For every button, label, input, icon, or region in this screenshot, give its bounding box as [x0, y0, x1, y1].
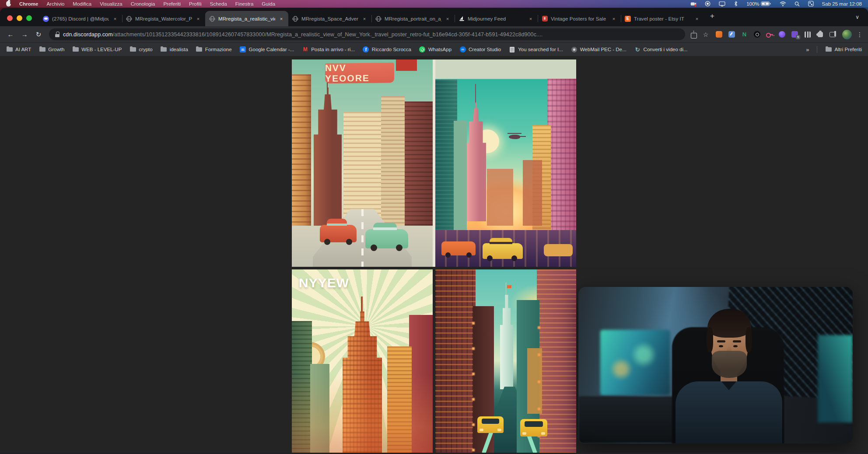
bookmark-whatsapp[interactable]: WhatsApp — [419, 46, 452, 52]
bookmark-formazione[interactable]: Formazione — [196, 46, 232, 52]
tab-close-icon[interactable]: × — [195, 16, 201, 21]
tab-close-icon[interactable]: × — [278, 16, 284, 21]
tab-search-chevron-icon[interactable]: ∨ — [855, 14, 859, 20]
side-panel-icon[interactable] — [829, 31, 836, 38]
macos-menu-bar: Chrome Archivio Modifica Visualizza Cron… — [0, 0, 868, 7]
tab-vintage-posters[interactable]: Vintage Posters for Sale | × — [538, 11, 621, 26]
apple-menu-icon[interactable] — [6, 1, 11, 7]
extension-blue-icon[interactable] — [728, 31, 735, 38]
tab-title: MRregista_Space_Advent — [301, 16, 358, 21]
bookmark-label: Growth — [48, 47, 64, 52]
url-host: cdn.discordapp.com — [63, 31, 113, 38]
extension-purple-badged-icon[interactable]: 5 — [791, 31, 798, 38]
menu-guida[interactable]: Guida — [262, 1, 275, 7]
bookmark-label: You searched for I... — [518, 47, 563, 52]
tab-etsy[interactable]: E Travel poster - Etsy IT × — [621, 11, 704, 26]
tab-watercolor[interactable]: MRregista_Watercolor_Pa × — [122, 11, 205, 26]
tab-close-icon[interactable]: × — [611, 16, 617, 21]
extension-grid-icon[interactable] — [804, 31, 811, 38]
menu-profili[interactable]: Profili — [189, 1, 202, 7]
extension-black-circle-icon[interactable] — [753, 31, 761, 38]
recording-indicator-icon[interactable] — [690, 1, 696, 7]
new-tab-button[interactable]: + — [707, 10, 718, 22]
bookmark-webmail-pec[interactable]: WebMail PEC - De... — [571, 46, 626, 52]
tl-empire-state-building — [314, 87, 342, 226]
bookmark-you-searched[interactable]: You searched for I... — [509, 46, 563, 52]
tab-title: MRregista_a_realistic_vie — [218, 16, 275, 21]
menu-preferiti[interactable]: Preferiti — [163, 1, 181, 7]
bookmark-converti-video[interactable]: ↻Converti i video di... — [634, 46, 688, 52]
menu-cronologia[interactable]: Cronologia — [131, 1, 155, 7]
extension-key-icon[interactable] — [766, 31, 773, 38]
meta-icon: ∞ — [459, 46, 466, 52]
tab-midjourney-feed[interactable]: Midjourney Feed × — [455, 11, 538, 26]
tab-close-icon[interactable]: × — [694, 16, 700, 21]
tab-space-adventure[interactable]: MRregista_Space_Advent × — [288, 11, 371, 26]
bookmark-web-level-up[interactable]: WEB - LEVEL-UP — [72, 46, 122, 52]
tl-cream-building-2 — [381, 96, 405, 226]
br-maroon-building — [435, 269, 476, 453]
br-street-lights-left — [472, 322, 475, 453]
bookmark-creator-studio[interactable]: ∞Creator Studio — [459, 46, 501, 52]
globe-favicon — [292, 16, 298, 22]
close-window-button[interactable] — [7, 15, 13, 21]
other-bookmarks-folder[interactable]: Altri Preferiti — [825, 46, 862, 52]
bookmark-growth[interactable]: Growth — [39, 46, 64, 52]
bluetooth-icon[interactable] — [734, 1, 738, 7]
spotlight-search-icon[interactable] — [794, 1, 800, 7]
battery-indicator[interactable]: 100% — [746, 1, 771, 7]
bookmark-facebook[interactable]: fRiccardo Scrocca — [363, 46, 411, 52]
zoom-window-button[interactable] — [26, 15, 32, 21]
browser-toolbar: ← → ↻ cdn.discordapp.com/attachments/101… — [0, 26, 868, 42]
tl-tan-building — [292, 74, 311, 226]
tab-close-icon[interactable]: × — [528, 16, 534, 21]
menu-app-name[interactable]: Chrome — [19, 1, 38, 7]
tl-cream-building — [343, 112, 382, 226]
tab-discord[interactable]: (2765) Discord | @Midjou × — [39, 11, 122, 26]
menu-visualizza[interactable]: Visualizza — [100, 1, 122, 7]
share-icon[interactable]: ↑ — [690, 31, 697, 38]
menu-scheda[interactable]: Scheda — [210, 1, 227, 7]
extension-green-n-icon[interactable]: N — [741, 31, 748, 38]
bookmark-gmail[interactable]: MPosta in arrivo - ri... — [302, 46, 355, 52]
screen-record-stop-icon[interactable] — [705, 1, 710, 7]
tab-portrait[interactable]: MRregista_portrait_on_a_ × — [371, 11, 455, 26]
menu-archivio[interactable]: Archivio — [46, 1, 64, 7]
wifi-icon[interactable] — [780, 1, 786, 7]
menu-clock[interactable]: Sab 25 mar 12:08 — [822, 1, 862, 7]
bookmark-ai-art[interactable]: AI ART — [6, 46, 31, 52]
display-icon[interactable] — [719, 1, 725, 7]
extension-purple-icon[interactable] — [778, 31, 786, 38]
tab-realistic-view-active[interactable]: MRregista_a_realistic_vie × — [205, 11, 288, 26]
lock-icon[interactable] — [55, 31, 60, 37]
tab-close-icon[interactable]: × — [112, 16, 118, 21]
profile-avatar[interactable] — [842, 30, 852, 39]
attachment-image[interactable]: NVV YEOORE — [292, 59, 576, 453]
tl-red-vintage-car — [320, 225, 357, 242]
forward-button[interactable]: → — [19, 31, 30, 38]
bookmark-crypto[interactable]: crypto — [130, 46, 152, 52]
menu-finestra[interactable]: Finestra — [235, 1, 254, 7]
tl-maroon-building — [405, 101, 433, 226]
bookmark-idealista[interactable]: idealista — [161, 46, 188, 52]
tab-close-icon[interactable]: × — [444, 16, 451, 21]
menu-modifica[interactable]: Modifica — [73, 1, 91, 7]
br-yellow-taxi — [520, 419, 547, 437]
tab-title: Travel poster - Etsy IT — [634, 16, 691, 21]
control-center-icon[interactable] — [808, 1, 814, 7]
tr-helicopter — [509, 135, 520, 139]
back-button[interactable]: ← — [5, 31, 16, 38]
extensions-puzzle-icon[interactable] — [816, 31, 824, 38]
folder-icon — [6, 46, 13, 52]
webcam-overlay — [578, 287, 853, 444]
reload-button[interactable]: ↻ — [33, 31, 44, 38]
extension-orange-icon[interactable] — [715, 31, 723, 38]
bookmark-star-icon[interactable]: ☆ — [700, 31, 711, 38]
bookmark-google-calendar[interactable]: 31Google Calendar -... — [240, 46, 294, 52]
bookmarks-overflow-chevron[interactable]: » — [806, 46, 809, 53]
br-yellow-taxi — [477, 416, 504, 433]
address-bar[interactable]: cdn.discordapp.com/attachments/101351233… — [49, 28, 685, 40]
minimize-window-button[interactable] — [17, 15, 22, 21]
chrome-menu-icon[interactable]: ⋮ — [857, 31, 863, 38]
tab-close-icon[interactable]: × — [361, 16, 368, 21]
